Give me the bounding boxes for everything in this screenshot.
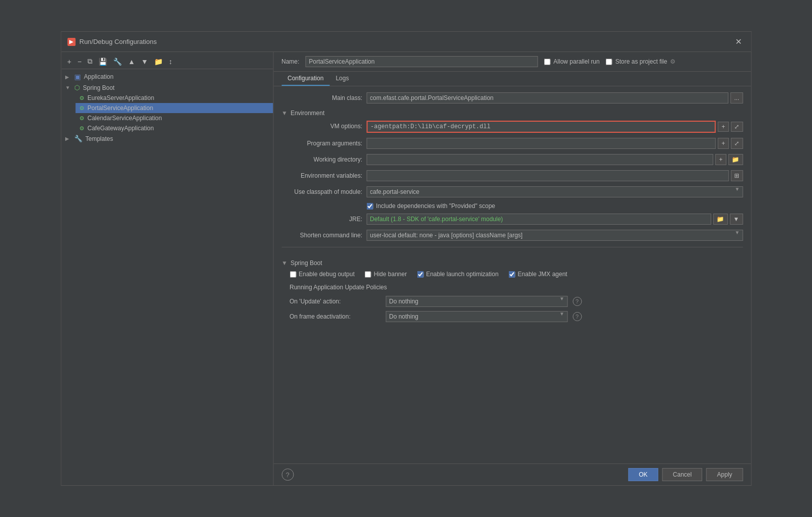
sidebar-item-templates-label: Templates bbox=[85, 135, 113, 142]
env-vars-input-group: ⊞ bbox=[366, 170, 743, 181]
sidebar-item-application-label: Application bbox=[84, 73, 114, 80]
jre-dropdown-button[interactable]: ▼ bbox=[730, 214, 743, 225]
store-checkbox[interactable] bbox=[606, 59, 612, 65]
sidebar-item-cafe[interactable]: ⚙ CafeGatewayApplication bbox=[75, 123, 273, 133]
calendar-icon: ⚙ bbox=[79, 115, 84, 122]
dialog-title: Run/Debug Configurations bbox=[79, 38, 157, 45]
sidebar-item-eureka[interactable]: ⚙ EurekaServerApplication bbox=[75, 93, 273, 103]
allow-parallel-checkbox[interactable] bbox=[544, 59, 550, 65]
add-config-button[interactable]: + bbox=[65, 57, 73, 67]
enable-launch-label: Enable launch optimization bbox=[426, 271, 498, 278]
eureka-icon: ⚙ bbox=[79, 95, 84, 101]
vm-options-input[interactable] bbox=[366, 121, 716, 133]
move-to-folder-button[interactable]: 📁 bbox=[152, 57, 165, 67]
workdir-browse-button[interactable]: 📁 bbox=[728, 154, 743, 165]
main-class-input-group: ... bbox=[366, 92, 743, 104]
remove-config-button[interactable]: − bbox=[75, 57, 83, 67]
bottom-bar: ? OK Cancel Apply bbox=[273, 463, 751, 485]
enable-launch-group: Enable launch optimization bbox=[417, 271, 498, 278]
help-button[interactable]: ? bbox=[281, 469, 294, 481]
sidebar-item-springboot[interactable]: ▼ ⬡ Spring Boot bbox=[61, 82, 273, 93]
sidebar-item-calendar[interactable]: ⚙ CalendarServiceApplication bbox=[75, 113, 273, 123]
chevron-down-icon: ▼ bbox=[65, 85, 71, 90]
cafe-icon: ⚙ bbox=[79, 125, 84, 132]
classpath-select[interactable]: cafe.portal-service bbox=[366, 186, 743, 197]
program-args-input-group: + ⤢ bbox=[366, 138, 743, 149]
name-input[interactable] bbox=[305, 56, 538, 67]
enable-jmx-checkbox[interactable] bbox=[509, 271, 515, 278]
running-policies-label: Running Application Update Policies bbox=[290, 284, 743, 291]
enable-debug-label: Enable debug output bbox=[299, 271, 355, 278]
classpath-select-group: cafe.portal-service ▼ bbox=[366, 186, 743, 197]
main-class-row: Main class: ... bbox=[281, 92, 743, 104]
sidebar: + − ⧉ 💾 🔧 ▲ ▼ 📁 ↕ ▶ ▣ Application bbox=[61, 52, 273, 485]
vm-add-button[interactable]: + bbox=[718, 122, 729, 132]
application-icon: ▣ bbox=[74, 73, 81, 81]
springboot-section-header: ▼ Spring Boot bbox=[281, 260, 743, 267]
on-frame-select[interactable]: Do nothing Update classes and resources … bbox=[386, 311, 567, 322]
classpath-label: Use classpath of module: bbox=[281, 186, 362, 195]
args-expand-button[interactable]: ⤢ bbox=[731, 138, 743, 149]
on-frame-row: On frame deactivation: Do nothing Update… bbox=[290, 311, 743, 322]
hide-banner-label: Hide banner bbox=[374, 271, 407, 278]
sort-button[interactable]: ↕ bbox=[167, 57, 174, 67]
on-frame-help-icon[interactable]: ? bbox=[572, 312, 582, 321]
vm-input-group: + ⤢ bbox=[366, 121, 743, 133]
vm-expand-button[interactable]: ⤢ bbox=[731, 122, 743, 132]
sidebar-item-springboot-label: Spring Boot bbox=[83, 84, 115, 91]
shorten-select-group: user-local default: none - java [options… bbox=[366, 230, 743, 241]
springboot-section-label: Spring Boot bbox=[291, 260, 322, 267]
shorten-row: Shorten command line: user-local default… bbox=[281, 230, 743, 241]
on-update-help-icon[interactable]: ? bbox=[572, 297, 582, 306]
shorten-select[interactable]: user-local default: none - java [options… bbox=[366, 230, 743, 241]
right-panel: Name: Allow parallel run Store as projec… bbox=[273, 52, 751, 485]
program-args-input[interactable] bbox=[366, 138, 716, 149]
include-deps-checkbox[interactable] bbox=[366, 203, 373, 210]
copy-config-button[interactable]: ⧉ bbox=[85, 56, 94, 67]
environment-label: Environment bbox=[291, 110, 324, 117]
close-button[interactable]: ✕ bbox=[732, 36, 745, 47]
env-vars-input[interactable] bbox=[366, 170, 729, 181]
on-update-row: On 'Update' action: Do nothing Update cl… bbox=[290, 296, 743, 307]
workdir-add-button[interactable]: + bbox=[715, 154, 726, 165]
edit-defaults-button[interactable]: 🔧 bbox=[111, 57, 124, 67]
app-icon: ▶ bbox=[67, 38, 75, 46]
move-down-button[interactable]: ▼ bbox=[139, 57, 150, 67]
env-vars-label: Environment variables: bbox=[281, 170, 362, 179]
sidebar-toolbar: + − ⧉ 💾 🔧 ▲ ▼ 📁 ↕ bbox=[61, 54, 273, 69]
tab-logs[interactable]: Logs bbox=[329, 72, 355, 86]
environment-arrow-icon[interactable]: ▼ bbox=[281, 110, 288, 117]
move-up-button[interactable]: ▲ bbox=[126, 57, 137, 67]
ok-button[interactable]: OK bbox=[628, 468, 658, 481]
jre-browse-button[interactable]: 📁 bbox=[713, 214, 728, 225]
springboot-checkboxes: Enable debug output Hide banner Enable l… bbox=[281, 271, 743, 278]
hide-banner-checkbox[interactable] bbox=[365, 271, 371, 278]
jre-input[interactable] bbox=[366, 214, 711, 225]
tab-configuration[interactable]: Configuration bbox=[281, 72, 329, 86]
templates-icon: 🔧 bbox=[74, 135, 82, 142]
title-bar: ▶ Run/Debug Configurations ✕ bbox=[61, 32, 751, 52]
templates-chevron-icon: ▶ bbox=[65, 136, 71, 141]
enable-debug-checkbox[interactable] bbox=[290, 271, 296, 278]
save-config-button[interactable]: 💾 bbox=[97, 57, 109, 67]
springboot-arrow-icon[interactable]: ▼ bbox=[281, 260, 288, 267]
chevron-right-icon: ▶ bbox=[65, 74, 71, 80]
on-update-select-group: Do nothing Update classes and resources … bbox=[386, 296, 567, 307]
envvars-expand-button[interactable]: ⊞ bbox=[731, 170, 743, 181]
sidebar-item-templates[interactable]: ▶ 🔧 Templates bbox=[61, 133, 273, 144]
apply-button[interactable]: Apply bbox=[706, 468, 743, 481]
on-update-select[interactable]: Do nothing Update classes and resources … bbox=[386, 296, 567, 307]
jre-label: JRE: bbox=[281, 214, 362, 223]
main-class-browse-button[interactable]: ... bbox=[731, 92, 743, 104]
args-add-button[interactable]: + bbox=[718, 138, 729, 149]
sidebar-item-calendar-label: CalendarServiceApplication bbox=[87, 115, 162, 122]
main-class-input[interactable] bbox=[366, 92, 729, 104]
main-class-label: Main class: bbox=[281, 92, 362, 101]
sidebar-item-application[interactable]: ▶ ▣ Application bbox=[61, 71, 273, 82]
sidebar-item-portal[interactable]: ⚙ PortalServiceApplication bbox=[75, 103, 273, 113]
working-dir-input[interactable] bbox=[366, 154, 713, 165]
cancel-button[interactable]: Cancel bbox=[662, 468, 702, 481]
debug-output-group: Enable debug output bbox=[290, 271, 355, 278]
enable-launch-checkbox[interactable] bbox=[417, 271, 423, 278]
config-panel: Main class: ... ▼ Environment VM options… bbox=[273, 86, 751, 463]
